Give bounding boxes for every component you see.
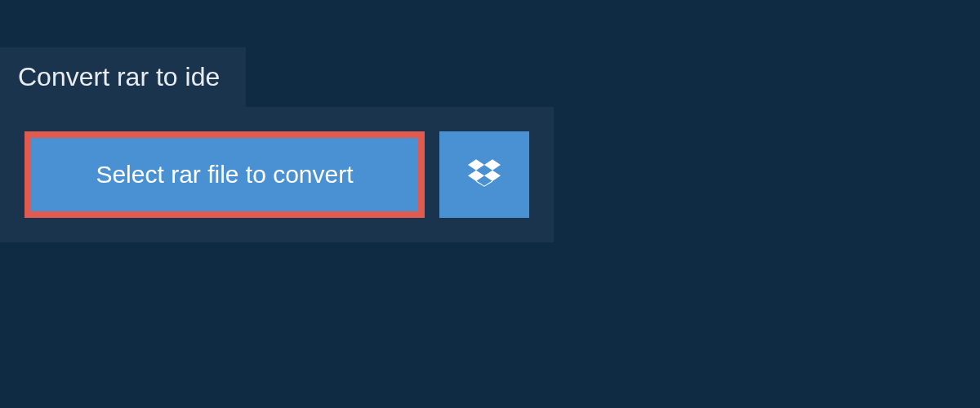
tab-convert[interactable]: Convert rar to ide — [0, 47, 246, 107]
convert-panel: Select rar file to convert — [0, 107, 554, 242]
tab-title: Convert rar to ide — [18, 62, 220, 91]
dropbox-button[interactable] — [439, 131, 529, 218]
dropbox-icon — [468, 157, 501, 193]
select-file-button[interactable]: Select rar file to convert — [24, 131, 425, 218]
tab-bar: Convert rar to ide — [0, 47, 980, 107]
select-file-button-label: Select rar file to convert — [96, 161, 353, 188]
